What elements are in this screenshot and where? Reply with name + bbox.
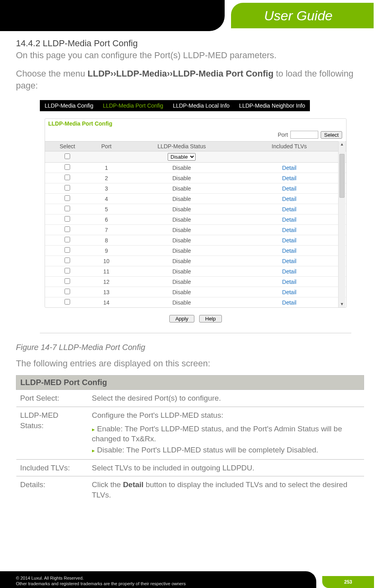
row-checkbox[interactable] — [65, 268, 70, 273]
col-status: LLDP-Media Status — [123, 142, 241, 151]
cell-port: 8 — [90, 235, 123, 246]
def-row: Included TLVs: Select TLVs to be include… — [16, 459, 364, 476]
cell-port: 7 — [90, 225, 123, 235]
table-row: 5DisableDetail — [45, 204, 346, 214]
select-button[interactable]: Select — [321, 131, 342, 139]
row-checkbox[interactable] — [65, 289, 70, 294]
row-checkbox[interactable] — [65, 175, 70, 180]
cell-status: Disable — [123, 277, 241, 287]
detail-link[interactable]: Detail — [282, 165, 296, 171]
table-row: 3DisableDetail — [45, 183, 346, 194]
following-text: The following entries are displayed on t… — [16, 358, 364, 369]
cell-port: 6 — [90, 214, 123, 225]
cell-port: 13 — [90, 287, 123, 297]
menu-path-bold: LLDP››LLDP-Media››LLDP-Media Port Config — [88, 69, 274, 79]
tab-lldp-media-neighbor-info[interactable]: LLDP-Media Neighbor Info — [234, 100, 310, 111]
lldp-panel: LLDP-Media Config LLDP-Media Port Config… — [40, 100, 351, 333]
detail-link[interactable]: Detail — [282, 279, 296, 285]
cell-port: 10 — [90, 256, 123, 266]
def-desc: Click the Detail button to display the i… — [88, 476, 364, 503]
footer-copyright: © 2014 Luxul. All Rights Reserved. — [16, 575, 316, 581]
bullet-item: Enable: The Port's LLDP-MED status, and … — [92, 424, 360, 444]
table-body: 1DisableDetail 2DisableDetail 3DisableDe… — [45, 163, 346, 308]
detail-link[interactable]: Detail — [282, 196, 296, 202]
tab-lldp-media-port-config[interactable]: LLDP-Media Port Config — [98, 100, 168, 111]
table-row: 1DisableDetail — [45, 163, 346, 173]
panel-card-title: LLDP-Media Port Config — [45, 119, 346, 128]
detail-link[interactable]: Detail — [282, 289, 296, 295]
brand-badge: User Guide — [231, 3, 374, 28]
cell-port: 4 — [90, 194, 123, 204]
row-checkbox[interactable] — [65, 258, 70, 263]
table-scroll-region: Select Port LLDP-Media Status Included T… — [45, 141, 346, 307]
cell-status: Disable — [123, 225, 241, 235]
def-label: Included TLVs: — [16, 459, 88, 476]
def-label: Details: — [16, 476, 88, 503]
cell-status: Disable — [123, 204, 241, 214]
page-number-badge: 253 — [322, 576, 374, 588]
row-checkbox[interactable] — [65, 299, 70, 305]
col-select: Select — [45, 142, 90, 151]
scroll-thumb[interactable] — [339, 154, 345, 198]
table-row: 11DisableDetail — [45, 266, 346, 277]
table-row: 8DisableDetail — [45, 235, 346, 246]
cell-status: Disable — [123, 183, 241, 194]
row-checkbox[interactable] — [65, 226, 70, 232]
detail-link[interactable]: Detail — [282, 206, 296, 212]
def-label: LLDP-MED Status: — [16, 407, 88, 460]
table-filter-row: Disable — [45, 151, 346, 163]
cell-status: Disable — [123, 194, 241, 204]
detail-link[interactable]: Detail — [282, 216, 296, 223]
cell-port: 3 — [90, 183, 123, 194]
detail-link[interactable]: Detail — [282, 258, 296, 264]
detail-link[interactable]: Detail — [282, 268, 296, 275]
page-content: 14.4.2 LLDP-Media Port Config On this pa… — [0, 31, 380, 503]
scroll-up-icon[interactable]: ▲ — [340, 141, 344, 147]
select-all-checkbox[interactable] — [65, 153, 70, 159]
footer-right: 253 — [316, 571, 380, 588]
table-row: 14DisableDetail — [45, 297, 346, 308]
row-checkbox[interactable] — [65, 164, 70, 170]
def-row: Port Select: Select the desired Port(s) … — [16, 390, 364, 407]
cell-port: 14 — [90, 297, 123, 308]
table-header-row: Select Port LLDP-Media Status Included T… — [45, 142, 346, 151]
table-row: 13DisableDetail — [45, 287, 346, 297]
table-row: 9DisableDetail — [45, 246, 346, 256]
tab-lldp-media-config[interactable]: LLDP-Media Config — [40, 100, 98, 111]
apply-button[interactable]: Apply — [169, 315, 194, 323]
row-checkbox[interactable] — [65, 216, 70, 222]
row-checkbox[interactable] — [65, 195, 70, 201]
row-checkbox[interactable] — [65, 206, 70, 211]
detail-link[interactable]: Detail — [282, 299, 296, 306]
help-button[interactable]: Help — [199, 315, 222, 323]
def-desc-bold: Detail — [123, 480, 144, 489]
port-table: Select Port LLDP-Media Status Included T… — [45, 141, 346, 307]
tab-lldp-media-local-info[interactable]: LLDP-Media Local Info — [168, 100, 234, 111]
scroll-track[interactable] — [339, 147, 345, 301]
port-select-row: Port Select — [45, 128, 346, 141]
cell-port: 12 — [90, 277, 123, 287]
scroll-down-icon[interactable]: ▼ — [340, 301, 344, 307]
footer-left: © 2014 Luxul. All Rights Reserved. Other… — [0, 571, 316, 588]
section-intro: On this page you can configure the Port(… — [16, 50, 364, 61]
status-dropdown[interactable]: Disable — [168, 153, 196, 161]
row-checkbox[interactable] — [65, 185, 70, 191]
detail-link[interactable]: Detail — [282, 237, 296, 244]
table-row: 7DisableDetail — [45, 225, 346, 235]
row-checkbox[interactable] — [65, 237, 70, 242]
detail-link[interactable]: Detail — [282, 185, 296, 192]
cell-port: 11 — [90, 266, 123, 277]
detail-link[interactable]: Detail — [282, 248, 296, 254]
row-checkbox[interactable] — [65, 247, 70, 253]
panel-card: LLDP-Media Port Config Port Select Selec… — [45, 118, 347, 308]
page-footer: © 2014 Luxul. All Rights Reserved. Other… — [0, 571, 380, 588]
cell-status: Disable — [123, 256, 241, 266]
tab-bar: LLDP-Media Config LLDP-Media Port Config… — [40, 100, 351, 111]
vertical-scrollbar[interactable]: ▲ ▼ — [338, 141, 345, 307]
def-label: Port Select: — [16, 390, 88, 407]
row-checkbox[interactable] — [65, 278, 70, 284]
detail-link[interactable]: Detail — [282, 227, 296, 233]
detail-link[interactable]: Detail — [282, 175, 296, 181]
action-buttons: Apply Help — [45, 312, 347, 328]
port-input[interactable] — [290, 131, 318, 139]
